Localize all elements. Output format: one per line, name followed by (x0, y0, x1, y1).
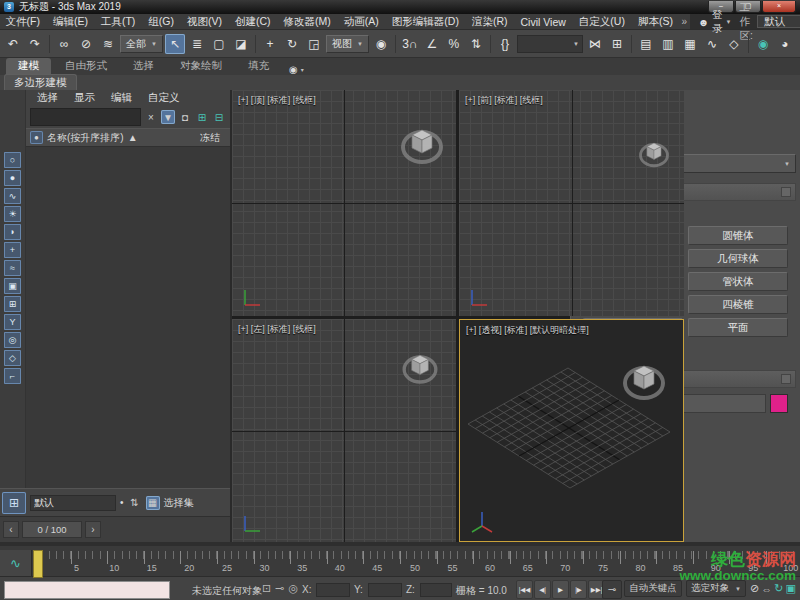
menu-animation[interactable]: 动画(A) (338, 15, 384, 29)
menu-scripting[interactable]: 脚本(S) (632, 15, 678, 29)
grid-view-icon[interactable]: ▦ (146, 496, 160, 510)
time-slider-handle[interactable] (33, 550, 43, 578)
object-color-swatch[interactable] (770, 394, 788, 413)
previous-arrow-button[interactable]: ‹ (3, 521, 19, 538)
explorer-menu-edit[interactable]: 编辑 (104, 91, 139, 105)
snap-toggle-3d-icon[interactable]: 3∩ (400, 34, 420, 54)
filter-geometry-icon[interactable]: ● (4, 170, 21, 186)
filter-lights-icon[interactable]: ☀ (4, 206, 21, 222)
edit-named-selection-sets-icon[interactable]: {} (495, 34, 515, 54)
viewcube[interactable] (617, 356, 671, 404)
ribbon-tab-populate[interactable]: 填充 (236, 58, 281, 75)
toggle-ribbon-icon[interactable]: ▦ (680, 34, 700, 54)
ribbon-tab-modeling[interactable]: 建模 (6, 58, 51, 75)
filter-space-warps-icon[interactable]: ≈ (4, 260, 21, 276)
undo-icon[interactable]: ↶ (3, 34, 23, 54)
viewport-label-top[interactable]: [+] [顶] [标准] [线框] (238, 94, 316, 107)
viewport-perspective[interactable]: [+] [透视] [标准] [默认明暗处理] (459, 319, 684, 542)
menu-file[interactable]: 文件(F) (0, 15, 45, 29)
pan-icon[interactable]: ⇔ (761, 583, 772, 595)
select-object-icon[interactable]: ↖ (165, 34, 185, 54)
named-selection-sets-field[interactable]: ▼ (517, 35, 583, 53)
menu-graph-editors[interactable]: 图形编辑器(D) (386, 15, 464, 29)
lock-icon[interactable]: ◘ (178, 110, 192, 124)
explorer-search-input[interactable] (30, 108, 141, 126)
clear-search-icon[interactable]: × (144, 110, 158, 124)
material-editor-icon[interactable]: ◉ (753, 34, 773, 54)
name-column-header[interactable]: 名称(按升序排序) (47, 131, 124, 145)
selection-filter-dropdown[interactable]: 全部 ▼ (120, 35, 163, 53)
ribbon-tab-freeform[interactable]: 自由形式 (53, 58, 119, 75)
redo-icon[interactable]: ↷ (25, 34, 45, 54)
auto-key-button[interactable]: 自动关键点 (624, 580, 682, 597)
filter-xrefs-icon[interactable]: ⊞ (4, 296, 21, 312)
filter-groups-icon[interactable]: ▣ (4, 278, 21, 294)
maxscript-mini-listener[interactable] (4, 581, 170, 599)
viewport-layout-tabs-button[interactable]: ⊞ (2, 492, 26, 514)
y-coordinate-field[interactable] (368, 583, 402, 597)
frame-indicator[interactable]: 0 / 100 (22, 521, 82, 538)
explorer-column-header[interactable]: ● 名称(按升序排序) ▲ 冻结 (26, 128, 230, 147)
explorer-object-list[interactable] (26, 147, 230, 488)
filter-materials-icon[interactable]: ◇ (4, 350, 21, 366)
orbit-icon[interactable]: ↻ (774, 582, 783, 595)
select-and-rotate-icon[interactable]: ↻ (282, 34, 302, 54)
isolate-selection-icon[interactable]: ⊡ (262, 582, 271, 595)
spinner-snap-icon[interactable]: ⇅ (466, 34, 486, 54)
percent-snap-icon[interactable]: % (444, 34, 464, 54)
schematic-view-icon[interactable]: ◇ (724, 34, 744, 54)
menu-overflow-chevron[interactable]: » (678, 16, 690, 27)
viewport-left[interactable]: [+] [左] [标准] [线框] (232, 319, 456, 542)
explorer-menu-display[interactable]: 显示 (67, 91, 102, 105)
filter-helpers-icon[interactable]: + (4, 242, 21, 258)
zoom-icon[interactable]: ⊘ (750, 582, 759, 595)
explorer-menu-customize[interactable]: 自定义 (141, 91, 187, 105)
z-coordinate-field[interactable] (420, 583, 452, 597)
set-key-button[interactable]: ⊸ (602, 580, 622, 599)
viewport-label-front[interactable]: [+] [前] [标准] [线框] (465, 94, 543, 107)
default-set-field[interactable] (30, 495, 116, 511)
ribbon-tab-object-paint[interactable]: 对象绘制 (168, 58, 234, 75)
go-to-start-button[interactable]: |◀◀ (516, 580, 533, 599)
filter-funnel-icon[interactable]: ▼ (161, 110, 175, 124)
sign-in-button[interactable]: ☻ 登录 ▼ (694, 8, 736, 36)
filter-shapes-icon[interactable]: ∿ (4, 188, 21, 204)
menu-views[interactable]: 视图(V) (182, 15, 228, 29)
filter-bones-icon[interactable]: Y (4, 314, 21, 330)
angle-snap-icon[interactable]: ∠ (422, 34, 442, 54)
align-icon[interactable]: ⊞ (607, 34, 627, 54)
frozen-column-header[interactable]: 冻结 (200, 131, 226, 145)
filter-containers-icon[interactable]: ◎ (4, 332, 21, 348)
selection-lock-icon[interactable]: ⊸ (275, 582, 284, 595)
button-pyramid[interactable]: 四棱锥 (688, 295, 788, 314)
select-and-scale-icon[interactable]: ◲ (304, 34, 324, 54)
select-and-move-icon[interactable]: + (260, 34, 280, 54)
rectangular-selection-region-icon[interactable]: ▢ (209, 34, 229, 54)
maximize-viewport-toggle-icon[interactable]: ▣ (785, 582, 795, 595)
use-pivot-center-icon[interactable]: ◉ (371, 34, 391, 54)
select-and-link-icon[interactable]: ∞ (54, 34, 74, 54)
menu-edit[interactable]: 编辑(E) (47, 15, 93, 29)
previous-frame-button[interactable]: ◀| (534, 580, 551, 599)
button-tube[interactable]: 管状体 (688, 272, 788, 291)
unlink-selection-icon[interactable]: ⊘ (76, 34, 96, 54)
next-frame-button[interactable]: |▶ (570, 580, 587, 599)
key-filter-dropdown[interactable]: 选定对象 ▼ (686, 580, 746, 597)
toggle-layer-explorer-icon[interactable]: ▥ (658, 34, 678, 54)
mirror-icon[interactable]: ⋈ (585, 34, 605, 54)
reference-coordinate-dropdown[interactable]: 视图 ▼ (326, 35, 369, 53)
render-setup-icon[interactable]: ◕ (775, 34, 795, 54)
menu-civil-view[interactable]: Civil View (515, 16, 571, 28)
button-geosphere[interactable]: 几何球体 (688, 249, 788, 268)
button-cone[interactable]: 圆锥体 (688, 226, 788, 245)
collapse-tree-icon[interactable]: ⊟ (212, 110, 226, 124)
filter-cameras-icon[interactable]: ◗ (4, 224, 21, 240)
viewcube[interactable] (396, 120, 448, 168)
window-crossing-icon[interactable]: ◪ (231, 34, 251, 54)
button-plane[interactable]: 平面 (688, 318, 788, 337)
bind-to-space-warp-icon[interactable]: ≋ (98, 34, 118, 54)
curve-editor-icon[interactable]: ∿ (702, 34, 722, 54)
menu-group[interactable]: 组(G) (143, 15, 180, 29)
play-button[interactable]: ▶ (552, 580, 569, 599)
mini-curve-editor-button[interactable]: ∿ (0, 550, 32, 576)
